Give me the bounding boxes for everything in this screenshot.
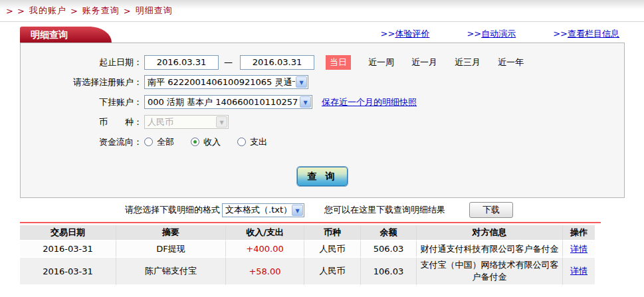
col-header-date: 交易日期 bbox=[20, 225, 116, 241]
chevron-down-icon: ▼ bbox=[216, 116, 227, 128]
quick-range-year[interactable]: 近一年 bbox=[498, 56, 524, 68]
breadcrumb-my-account[interactable]: 我的账户 bbox=[29, 5, 66, 17]
link-view-column-info[interactable]: >>查看栏目信息 bbox=[553, 28, 619, 40]
radio-button-icon bbox=[144, 138, 153, 146]
download-button[interactable]: 下载 bbox=[469, 202, 513, 218]
date-range-dash: — bbox=[224, 57, 233, 67]
link-label: 体验评价 bbox=[395, 29, 429, 39]
breadcrumb: > > 我的账户 > 账务查询 > 明细查询 bbox=[6, 5, 173, 17]
breadcrumb-separator: > bbox=[70, 6, 78, 16]
flow-direction-row: 资金流向： 全部 收入 支出 bbox=[21, 134, 624, 149]
currency-select: 人民币 ▼ bbox=[144, 115, 229, 129]
save-snapshot-link[interactable]: 保存近一个月的明细快照 bbox=[322, 96, 417, 108]
detail-link[interactable]: 详情 bbox=[570, 266, 588, 276]
date-to-input[interactable] bbox=[240, 55, 314, 70]
cell-date: 2016-03-31 bbox=[20, 241, 116, 258]
chevron-down-icon: ▼ bbox=[292, 205, 303, 216]
currency-label: 币 种： bbox=[21, 116, 142, 128]
link-auto-demo[interactable]: >>自动演示 bbox=[467, 28, 516, 40]
col-header-amount: 收入/支出 bbox=[226, 225, 304, 241]
sub-account-label: 下挂账户： bbox=[21, 96, 142, 108]
col-header-balance: 余额 bbox=[361, 225, 417, 241]
radio-all[interactable]: 全部 bbox=[142, 136, 174, 148]
breadcrumb-prefix: > > bbox=[6, 6, 25, 16]
arrows-icon: >> bbox=[467, 29, 481, 39]
currency-row: 币 种： 人民币 ▼ bbox=[21, 114, 624, 130]
results-table: 交易日期 摘要 收入/支出 币种 余额 对方信息 操作 2016-03-31 D… bbox=[20, 225, 595, 286]
download-format-select[interactable]: 文本格式（.txt） ▼ bbox=[222, 203, 304, 217]
download-row: 请您选择下载明细的格式 文本格式（.txt） ▼ 您可以在这里下载查询明细结果 … bbox=[0, 198, 644, 222]
download-format-label: 请您选择下载明细的格式 bbox=[125, 204, 220, 216]
register-account-value: 南平 6222001406100921065 灵通卡 bbox=[145, 76, 295, 88]
register-account-label: 请选择注册账户： bbox=[21, 76, 142, 88]
radio-button-selected-icon bbox=[191, 138, 199, 146]
table-row: 2016-03-31 陈广锦支付宝 +58.00 人民币 106.03 支付宝（… bbox=[20, 258, 595, 286]
cell-amount: +58.00 bbox=[226, 258, 304, 286]
link-experience-review[interactable]: >>体验评价 bbox=[381, 28, 430, 40]
radio-label: 收入 bbox=[203, 136, 221, 148]
cell-counterparty: 财付通支付科技有限公司客户备付金 bbox=[417, 241, 563, 258]
cell-currency: 人民币 bbox=[304, 258, 361, 286]
date-range-label: 起止日期： bbox=[21, 56, 142, 68]
col-header-currency: 币种 bbox=[304, 225, 361, 241]
breadcrumb-bar: > > 我的账户 > 账务查询 > 明细查询 bbox=[0, 0, 644, 22]
chevron-down-icon: ▼ bbox=[300, 96, 311, 108]
cell-summary: 陈广锦支付宝 bbox=[116, 258, 226, 286]
link-label: 自动演示 bbox=[481, 29, 516, 39]
quick-range-today[interactable]: 当日 bbox=[326, 55, 351, 70]
arrows-icon: >> bbox=[553, 29, 568, 39]
breadcrumb-account-query[interactable]: 账务查询 bbox=[82, 5, 120, 17]
col-header-action: 操作 bbox=[563, 225, 595, 241]
cell-balance: 506.03 bbox=[361, 241, 417, 258]
download-hint: 您可以在这里下载查询明细结果 bbox=[324, 204, 445, 216]
cell-date: 2016-03-31 bbox=[20, 258, 116, 286]
breadcrumb-detail-query[interactable]: 明细查询 bbox=[136, 5, 173, 17]
query-button[interactable]: 查 询 bbox=[297, 167, 348, 186]
cell-amount: +400.00 bbox=[226, 241, 304, 258]
detail-link[interactable]: 详情 bbox=[570, 244, 588, 254]
currency-value: 人民币 bbox=[145, 116, 215, 128]
sub-account-value: 000 活期 基本户 1406600101102571848 bbox=[145, 96, 299, 108]
radio-expense[interactable]: 支出 bbox=[235, 136, 267, 148]
table-header-row: 交易日期 摘要 收入/支出 币种 余额 对方信息 操作 bbox=[20, 225, 595, 241]
radio-income[interactable]: 收入 bbox=[189, 136, 221, 148]
table-row: 2016-03-31 DF提现 +400.00 人民币 506.03 财付通支付… bbox=[20, 241, 595, 258]
cell-summary: DF提现 bbox=[116, 241, 226, 258]
cell-balance: 106.03 bbox=[361, 258, 417, 286]
breadcrumb-separator: > bbox=[124, 6, 132, 16]
radio-label: 支出 bbox=[250, 136, 267, 148]
quick-range-week[interactable]: 近一周 bbox=[368, 56, 394, 68]
date-from-input[interactable] bbox=[144, 55, 219, 70]
link-label: 查看栏目信息 bbox=[568, 29, 619, 39]
query-button-row: 查 询 bbox=[21, 167, 624, 186]
query-form-panel: 起止日期： — 当日 近一周 近一月 近三月 近一年 请选择注册账户： 南平 6… bbox=[20, 43, 625, 198]
col-header-counterparty: 对方信息 bbox=[417, 225, 563, 241]
download-format-value: 文本格式（.txt） bbox=[223, 204, 291, 216]
date-range-row: 起止日期： — 当日 近一周 近一月 近三月 近一年 bbox=[21, 54, 624, 70]
panel-header-row: 明细查询 >>体验评价 >>自动演示 >>查看栏目信息 bbox=[20, 27, 625, 43]
col-header-summary: 摘要 bbox=[116, 225, 226, 241]
chevron-down-icon: ▼ bbox=[296, 76, 307, 88]
cell-action: 详情 bbox=[563, 258, 595, 286]
tab-detail-query: 明细查询 bbox=[20, 27, 92, 43]
flow-direction-options: 全部 收入 支出 bbox=[142, 136, 282, 148]
sub-account-select[interactable]: 000 活期 基本户 1406600101102571848 ▼ bbox=[144, 95, 312, 109]
flow-direction-label: 资金流向： bbox=[21, 136, 142, 148]
register-account-row: 请选择注册账户： 南平 6222001406100921065 灵通卡 ▼ bbox=[21, 74, 624, 90]
radio-label: 全部 bbox=[157, 136, 174, 148]
radio-button-icon bbox=[237, 138, 246, 146]
cell-currency: 人民币 bbox=[304, 241, 361, 258]
top-links: >>体验评价 >>自动演示 >>查看栏目信息 bbox=[381, 28, 625, 43]
quick-range-quarter[interactable]: 近三月 bbox=[455, 56, 481, 68]
quick-range-month[interactable]: 近一月 bbox=[411, 56, 437, 68]
register-account-select[interactable]: 南平 6222001406100921065 灵通卡 ▼ bbox=[144, 75, 308, 89]
results-table-container: 交易日期 摘要 收入/支出 币种 余额 对方信息 操作 2016-03-31 D… bbox=[20, 222, 601, 286]
cell-counterparty: 支付宝（中国）网络技术有限公司客户备付金 bbox=[417, 258, 563, 286]
sub-account-row: 下挂账户： 000 活期 基本户 1406600101102571848 ▼ 保… bbox=[21, 94, 624, 110]
arrows-icon: >> bbox=[381, 29, 395, 39]
cell-action: 详情 bbox=[563, 241, 595, 258]
